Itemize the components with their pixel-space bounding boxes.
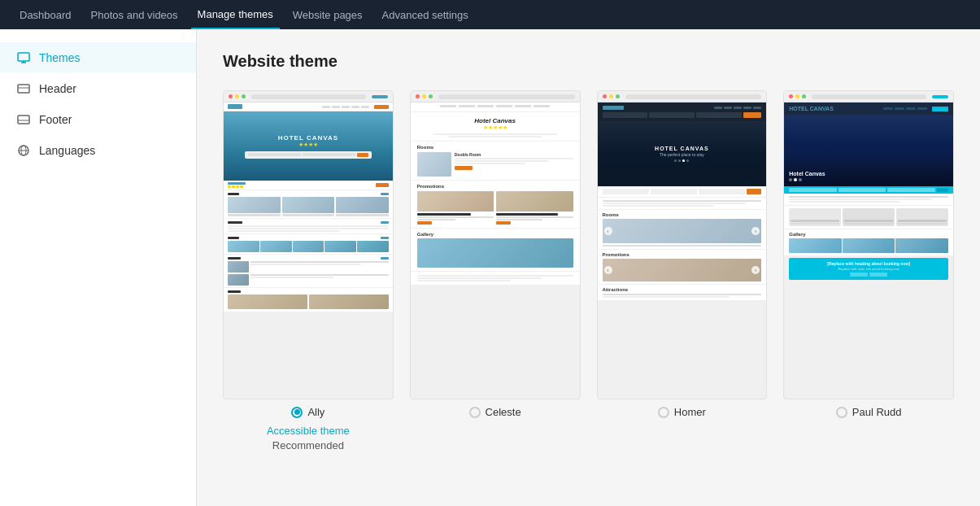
recommended-text: Recommended [272, 439, 344, 451]
accessible-theme-link[interactable]: Accessible theme [267, 425, 350, 437]
nav-item-advanced-settings[interactable]: Advanced settings [376, 0, 475, 29]
theme-name-ally: Ally [307, 406, 324, 418]
theme-name-homer: Homer [674, 406, 706, 418]
accessible-theme-section: Accessible theme Recommended [223, 423, 394, 452]
nav-item-photos[interactable]: Photos and videos [85, 0, 185, 29]
radio-homer[interactable] [658, 407, 669, 418]
header-icon [16, 81, 31, 96]
theme-preview-paul-rudd: HOTEL CANVAS Ho [783, 90, 954, 399]
theme-preview-homer: HOTEL CANVAS The perfect place to stay [597, 90, 768, 399]
radio-celeste[interactable] [469, 407, 481, 418]
sidebar-item-themes[interactable]: Themes [0, 42, 196, 73]
top-nav: Dashboard Photos and videos Manage theme… [0, 0, 980, 29]
theme-card-ally: HOTEL CANVAS ★★★★ [223, 90, 394, 452]
radio-paul-rudd[interactable] [836, 407, 847, 418]
sidebar: Themes Header Footer [0, 29, 197, 506]
main-content: Website theme [197, 29, 980, 506]
theme-name-celeste: Celeste [486, 406, 521, 418]
nav-item-manage-themes[interactable]: Manage themes [191, 0, 280, 29]
nav-item-dashboard[interactable]: Dashboard [13, 0, 78, 29]
sidebar-item-header-label: Header [39, 82, 76, 95]
sidebar-item-header[interactable]: Header [0, 73, 196, 104]
sidebar-item-languages-label: Languages [39, 144, 95, 157]
theme-preview-ally: HOTEL CANVAS ★★★★ [223, 90, 394, 399]
page-title: Website theme [223, 52, 954, 71]
footer-icon [16, 112, 31, 127]
sidebar-item-languages[interactable]: Languages [0, 135, 196, 166]
globe-icon [16, 143, 31, 158]
theme-name-paul-rudd: Paul Rudd [852, 406, 902, 418]
sidebar-item-footer-label: Footer [39, 113, 72, 126]
theme-grid: HOTEL CANVAS ★★★★ [223, 90, 954, 452]
svg-rect-5 [18, 116, 29, 124]
nav-item-website-pages[interactable]: Website pages [286, 0, 369, 29]
theme-preview-celeste: Hotel Canvas ★★★★★ Rooms Double Room [410, 90, 581, 399]
radio-ally[interactable] [291, 407, 303, 418]
theme-card-homer: HOTEL CANVAS The perfect place to stay [597, 90, 768, 452]
theme-card-celeste: Hotel Canvas ★★★★★ Rooms Double Room [410, 90, 581, 452]
theme-card-paul-rudd: HOTEL CANVAS Ho [783, 90, 954, 452]
svg-rect-3 [18, 85, 29, 93]
sidebar-item-themes-label: Themes [39, 51, 81, 64]
sidebar-item-footer[interactable]: Footer [0, 104, 196, 135]
svg-rect-0 [18, 53, 29, 61]
monitor-icon [16, 50, 31, 65]
